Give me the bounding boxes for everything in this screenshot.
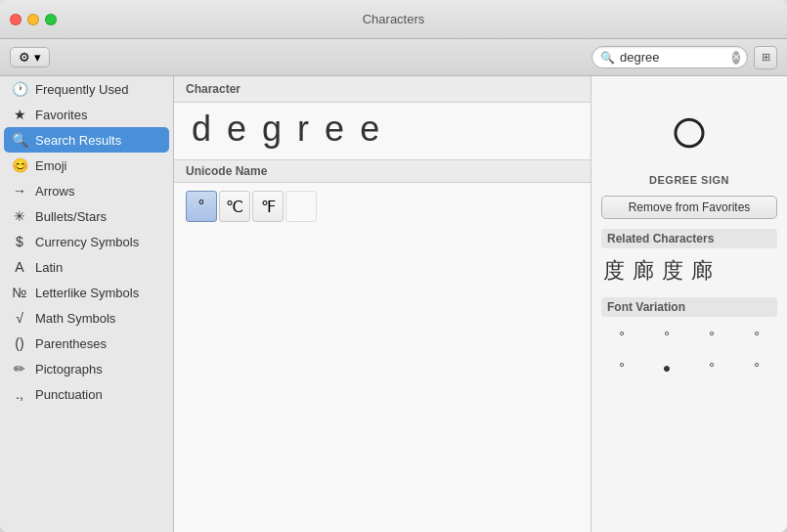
window-title: Characters bbox=[363, 12, 425, 26]
sidebar-item-favorites[interactable]: ★Favorites bbox=[0, 102, 173, 127]
character-name: DEGREE SIGN bbox=[601, 174, 777, 186]
sidebar-label-bullets-stars: Bullets/Stars bbox=[35, 209, 107, 224]
characters-window: Characters ⚙ ▾ 🔍 ✕ ⊞ 🕐Frequently Used★Fa… bbox=[0, 0, 787, 532]
sidebar-icon-latin: A bbox=[12, 259, 27, 275]
sidebar-label-frequently-used: Frequently Used bbox=[35, 82, 128, 97]
related-char-4[interactable]: 廊 bbox=[689, 254, 715, 288]
sidebar-icon-math-symbols: √ bbox=[12, 310, 27, 326]
window-controls bbox=[10, 14, 57, 25]
font-var-6[interactable]: ● bbox=[646, 354, 687, 381]
sidebar-item-currency-symbols[interactable]: $Currency Symbols bbox=[0, 229, 173, 254]
unicode-name-header: Unicode Name bbox=[174, 159, 590, 183]
search-characters-row: d e g r e e bbox=[174, 103, 590, 159]
sidebar-label-math-symbols: Math Symbols bbox=[35, 311, 115, 326]
search-icon: 🔍 bbox=[600, 51, 615, 65]
grid-icon: ⊞ bbox=[762, 51, 770, 64]
font-var-1[interactable]: ° bbox=[601, 323, 642, 350]
search-char-g: g bbox=[256, 107, 287, 152]
main-content: 🕐Frequently Used★Favorites🔍Search Result… bbox=[0, 76, 787, 532]
sidebar-item-emoji[interactable]: 😊Emoji bbox=[0, 153, 173, 178]
close-button[interactable] bbox=[10, 14, 22, 25]
clear-search-button[interactable]: ✕ bbox=[732, 51, 740, 65]
font-variation-grid: ° ° ° ° ° ● ° ° bbox=[601, 323, 777, 381]
font-var-8[interactable]: ° bbox=[736, 354, 777, 381]
font-var-4[interactable]: ° bbox=[736, 323, 777, 350]
sidebar-item-math-symbols[interactable]: √Math Symbols bbox=[0, 305, 173, 331]
sidebar-icon-bullets-stars: ✳ bbox=[12, 208, 27, 224]
minimize-button[interactable] bbox=[27, 14, 39, 25]
sidebar-icon-emoji: 😊 bbox=[12, 157, 27, 173]
titlebar: Characters bbox=[0, 0, 787, 39]
sidebar-label-currency-symbols: Currency Symbols bbox=[35, 235, 139, 249]
sidebar-item-bullets-stars[interactable]: ✳Bullets/Stars bbox=[0, 203, 173, 229]
remove-favorites-button[interactable]: Remove from Favorites bbox=[601, 196, 777, 219]
sidebar-item-search-results[interactable]: 🔍Search Results bbox=[4, 127, 169, 153]
sidebar-icon-arrows: → bbox=[12, 183, 27, 199]
search-char-e2: e bbox=[319, 107, 350, 152]
related-char-1[interactable]: 度 bbox=[601, 254, 627, 288]
symbol-grid: ° ℃ ℉ bbox=[174, 183, 590, 230]
related-char-2[interactable]: 廊 bbox=[631, 254, 656, 288]
sidebar-icon-favorites: ★ bbox=[12, 107, 27, 122]
symbol-cell-empty bbox=[285, 191, 317, 222]
sidebar-label-emoji: Emoji bbox=[35, 158, 67, 173]
center-panel: Character d e g r e e Unicode Name ° ℃ ℉ bbox=[174, 76, 591, 532]
search-bar: 🔍 ✕ bbox=[591, 46, 748, 68]
maximize-button[interactable] bbox=[45, 14, 57, 25]
right-panel: ○ DEGREE SIGN Remove from Favorites Rela… bbox=[591, 76, 787, 532]
font-var-3[interactable]: ° bbox=[691, 323, 732, 350]
sidebar-icon-search-results: 🔍 bbox=[12, 132, 27, 148]
sidebar-icon-parentheses: () bbox=[12, 335, 27, 351]
font-var-7[interactable]: ° bbox=[691, 354, 732, 381]
sidebar-label-parentheses: Parentheses bbox=[35, 336, 107, 351]
sidebar-icon-letterlike-symbols: № bbox=[12, 285, 27, 300]
related-characters-list: 度 廊 度 廊 bbox=[601, 254, 777, 288]
gear-icon: ⚙ bbox=[19, 50, 30, 65]
sidebar-item-pictographs[interactable]: ✏Pictographs bbox=[0, 356, 173, 381]
sidebar-icon-pictographs: ✏ bbox=[12, 361, 27, 377]
sidebar-item-punctuation[interactable]: .,Punctuation bbox=[0, 381, 173, 407]
related-characters-header: Related Characters bbox=[601, 229, 777, 248]
sidebar-label-favorites: Favorites bbox=[35, 108, 87, 122]
search-char-d: d bbox=[186, 107, 217, 152]
toolbar: ⚙ ▾ 🔍 ✕ ⊞ bbox=[0, 39, 787, 76]
symbol-cell-fahrenheit[interactable]: ℉ bbox=[252, 191, 284, 222]
sidebar-label-search-results: Search Results bbox=[35, 133, 121, 148]
sidebar-label-arrows: Arrows bbox=[35, 184, 74, 199]
sidebar-item-letterlike-symbols[interactable]: №Letterlike Symbols bbox=[0, 280, 173, 305]
sidebar-item-parentheses[interactable]: ()Parentheses bbox=[0, 331, 173, 356]
gear-menu-button[interactable]: ⚙ ▾ bbox=[10, 47, 50, 67]
sidebar-label-letterlike-symbols: Letterlike Symbols bbox=[35, 286, 139, 300]
toolbar-right: 🔍 ✕ ⊞ bbox=[591, 46, 777, 69]
search-char-e1: e bbox=[221, 107, 252, 152]
sidebar-icon-frequently-used: 🕐 bbox=[12, 81, 27, 97]
font-var-2[interactable]: ° bbox=[646, 323, 687, 350]
font-variation-header: Font Variation bbox=[601, 297, 777, 317]
sidebar-icon-punctuation: ., bbox=[12, 386, 27, 402]
grid-toggle-button[interactable]: ⊞ bbox=[754, 46, 777, 69]
search-input[interactable] bbox=[620, 50, 727, 65]
font-var-5[interactable]: ° bbox=[601, 354, 642, 381]
sidebar-label-latin: Latin bbox=[35, 260, 63, 275]
sidebar-item-frequently-used[interactable]: 🕐Frequently Used bbox=[0, 76, 173, 102]
sidebar-icon-currency-symbols: $ bbox=[12, 234, 27, 249]
sidebar-item-latin[interactable]: ALatin bbox=[0, 254, 173, 280]
char-preview: ○ bbox=[601, 86, 777, 174]
search-char-r: r bbox=[291, 107, 315, 152]
sidebar-item-arrows[interactable]: →Arrows bbox=[0, 178, 173, 203]
sidebar-label-punctuation: Punctuation bbox=[35, 387, 103, 402]
preview-character: ○ bbox=[669, 91, 710, 169]
sidebar-label-pictographs: Pictographs bbox=[35, 362, 103, 377]
symbol-cell-celsius[interactable]: ℃ bbox=[219, 191, 250, 222]
sidebar: 🕐Frequently Used★Favorites🔍Search Result… bbox=[0, 76, 174, 532]
gear-dropdown-icon: ▾ bbox=[34, 50, 41, 65]
related-char-3[interactable]: 度 bbox=[660, 254, 685, 288]
symbol-cell-degree[interactable]: ° bbox=[186, 191, 217, 222]
search-char-e3: e bbox=[354, 107, 385, 152]
character-header: Character bbox=[174, 76, 590, 103]
